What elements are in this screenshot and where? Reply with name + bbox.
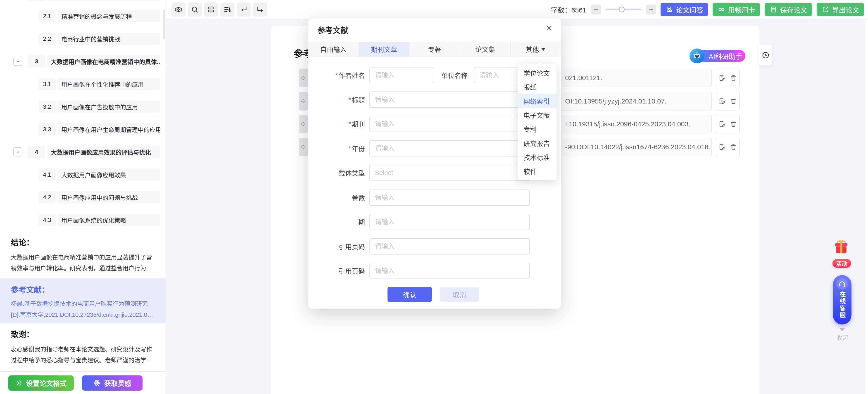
ai-assistant-label: AI科研助手: [709, 51, 742, 61]
save-paper-button[interactable]: 保存论文: [765, 3, 812, 16]
section-heading: 结论：: [11, 236, 155, 248]
zoom-out-button[interactable]: −: [591, 4, 601, 15]
section-text: 大数据用户画像在电商精准营销中的应用显著提升了营销效率与用户转化率。研究表明，通…: [11, 252, 155, 274]
word-count-value: 6561: [571, 6, 586, 14]
collapse-button[interactable]: 收起: [834, 328, 850, 341]
close-icon[interactable]: [544, 23, 554, 33]
activity-gift-icon[interactable]: [832, 238, 851, 257]
dropdown-item-degree-thesis[interactable]: 学位论文: [518, 66, 557, 80]
cited-pages-label: 引用页码: [317, 263, 365, 279]
search-button[interactable]: [188, 2, 202, 17]
outline-section-conclusion[interactable]: 结论： 大数据用户画像在电商精准营销中的应用显著提升了营销效率与用户转化率。研究…: [0, 236, 165, 274]
redo-button[interactable]: [253, 2, 267, 17]
section-heading: 致谢：: [11, 328, 155, 339]
page-scrollbar-track[interactable]: [865, 20, 868, 394]
drag-handle-icon[interactable]: [299, 115, 308, 133]
zoom-in-button[interactable]: +: [646, 4, 656, 15]
outline-section-thanks[interactable]: 致谢： 衷心感谢我的指导老师在本论文选题、研究设计及写作过程中给予的悉心指导与宝…: [0, 328, 165, 366]
delete-reference-button[interactable]: [730, 97, 737, 105]
form-row-carrier-type: 载体类型 Select: [317, 165, 552, 181]
set-paper-format-button[interactable]: 设置论文格式: [8, 375, 74, 391]
volume-input[interactable]: [369, 190, 530, 206]
volume-label: 卷数: [317, 190, 365, 206]
dropdown-item-software[interactable]: 软件: [518, 164, 557, 178]
dropdown-item-technical-standard[interactable]: 技术标准: [518, 150, 557, 164]
issue-label: 期: [317, 214, 365, 230]
drag-handle-icon[interactable]: [299, 92, 308, 111]
toc-item-2-2[interactable]: 2.2 电商行业中的营销挑战: [0, 33, 165, 45]
drag-handle-icon[interactable]: [299, 138, 308, 156]
cited-pages-label: 引用页码: [317, 238, 365, 255]
toc-num: 4.2: [39, 191, 55, 203]
headset-icon: [837, 278, 848, 290]
dropdown-item-newspaper[interactable]: 报纸: [518, 80, 557, 94]
tab-other[interactable]: 其他: [510, 42, 561, 57]
caret-down-icon: [541, 48, 546, 51]
toc-num: 3.2: [39, 101, 55, 113]
cancel-button[interactable]: 取消: [440, 287, 479, 302]
cited-pages-input[interactable]: [369, 238, 530, 255]
expand-checkbox[interactable]: [13, 57, 22, 66]
drag-handle-icon[interactable]: [299, 68, 308, 87]
tab-proceedings[interactable]: 论文集: [460, 42, 511, 57]
delete-reference-button[interactable]: [730, 120, 737, 128]
activity-badge[interactable]: 活动: [833, 259, 851, 268]
toc-item-4-2[interactable]: 4.2 用户画像应用中的问题与挑战: [0, 191, 165, 203]
paper-qa-button[interactable]: 论文问答: [660, 3, 708, 16]
library-button[interactable]: [204, 2, 218, 17]
history-button[interactable]: [759, 45, 772, 65]
toc-item-3-1[interactable]: 3.1 用户画像在个性化推荐中的应用: [0, 78, 165, 90]
dropdown-item-web-index[interactable]: 网络索引: [518, 94, 557, 108]
outline-section-references[interactable]: 参考文献： 杨晨.基于数据挖掘技术的电商用户购买行为预测研究[D].南京大学,2…: [0, 278, 165, 323]
year-input[interactable]: [369, 140, 530, 157]
tab-journal-article[interactable]: 期刊文章: [359, 42, 410, 57]
trash-icon: [730, 97, 737, 105]
carrier-type-select[interactable]: Select: [369, 165, 530, 181]
membership-card-button[interactable]: 用畅用卡: [713, 3, 760, 16]
undo-button[interactable]: [237, 2, 251, 17]
form-row-cited-pages-2: 引用页码: [317, 263, 552, 279]
edit-reference-button[interactable]: [718, 74, 726, 82]
expand-checkbox[interactable]: [13, 147, 22, 157]
tab-free-input[interactable]: 自由输入: [308, 42, 359, 57]
dropdown-item-patent[interactable]: 专利: [518, 122, 557, 136]
journal-input[interactable]: [369, 116, 530, 132]
toc-item-4[interactable]: 4 大数据用户画像应用效果的评估与优化: [0, 146, 165, 158]
export-paper-button[interactable]: 导出论文: [817, 3, 864, 16]
issue-input[interactable]: [369, 214, 530, 230]
zoom-slider[interactable]: [606, 9, 642, 10]
toc-title: 用户画像在用户生命周期管理中的应用: [58, 123, 160, 135]
toc-row-partial: [28, 0, 165, 1]
set-paper-format-label: 设置论文格式: [26, 378, 67, 388]
online-service-button[interactable]: 在线客服: [833, 275, 851, 325]
dropdown-item-electronic-document[interactable]: 电子文献: [518, 108, 557, 122]
edit-reference-button[interactable]: [718, 120, 726, 128]
infinity-icon: [718, 6, 725, 13]
cited-pages-input[interactable]: [369, 263, 530, 279]
tab-monograph[interactable]: 专著: [409, 42, 460, 57]
sidebar-scrollbar[interactable]: [163, 10, 165, 39]
dropdown-item-research-report[interactable]: 研究报告: [518, 136, 557, 150]
title-input[interactable]: [369, 91, 530, 108]
delete-reference-button[interactable]: [730, 143, 737, 151]
toc-item-4-1[interactable]: 4.1 大数据用户画像应用效果: [0, 168, 165, 181]
preview-button[interactable]: [172, 2, 186, 17]
author-name-input[interactable]: [369, 67, 434, 83]
ai-assistant-badge[interactable]: AI科研助手: [689, 49, 746, 63]
confirm-button[interactable]: 确认: [388, 287, 432, 302]
form-row-year: *年份: [317, 140, 552, 157]
gear-icon: [16, 379, 23, 387]
zoom-slider-thumb[interactable]: [619, 6, 625, 12]
toc-item-3-3[interactable]: 3.3 用户画像在用户生命周期管理中的应用: [0, 123, 165, 135]
sort-outline-button[interactable]: [220, 2, 235, 17]
toc-item-3[interactable]: 3 大数据用户画像在电商精准营销中的具体...: [0, 55, 165, 67]
edit-reference-button[interactable]: [718, 97, 726, 105]
toc-title: 用户画像系统的优化策略: [58, 214, 160, 226]
trash-icon: [730, 120, 737, 128]
toc-item-4-3[interactable]: 4.3 用户画像系统的优化策略: [0, 214, 165, 226]
edit-reference-button[interactable]: [718, 143, 726, 151]
toc-item-3-2[interactable]: 3.2 用户画像在广告投放中的应用: [0, 101, 165, 113]
get-inspiration-button[interactable]: 获取灵感: [82, 375, 143, 391]
delete-reference-button[interactable]: [730, 74, 737, 82]
toc-item-2-1[interactable]: 2.1 精准营销的概念与发展历程: [0, 10, 165, 22]
